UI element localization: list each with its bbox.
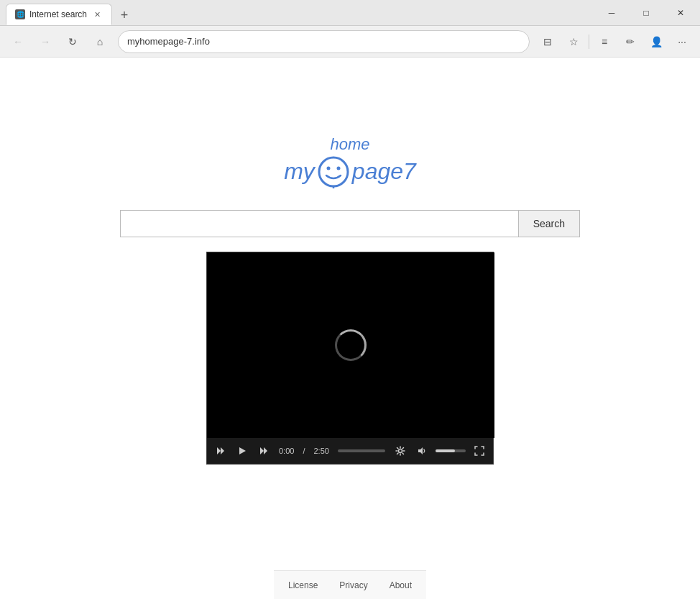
maximize-icon: □ [643,8,648,18]
logo-page7-text: page7 [352,158,416,185]
maximize-button[interactable]: □ [630,2,663,24]
title-bar: 🌐 Internet search ✕ + ─ □ ✕ [0,0,700,26]
more-icon: ··· [678,36,686,47]
window-controls: ─ □ ✕ [595,2,697,24]
tab-favicon: 🌐 [15,9,25,19]
play-icon [238,447,247,455]
tab-title: Internet search [29,9,87,19]
browser-tab[interactable]: 🌐 Internet search ✕ [6,4,112,25]
home-icon: ⌂ [97,36,103,47]
home-button[interactable]: ⌂ [88,29,112,54]
favorites-button[interactable]: ☆ [561,29,586,54]
total-time: 2:50 [313,447,328,455]
pen-icon: ✏ [626,36,635,47]
video-player: 0:00 / 2:50 [206,252,494,465]
svg-point-9 [399,449,402,452]
search-button[interactable]: Search [518,210,580,237]
svg-marker-4 [217,447,221,454]
tab-area: 🌐 Internet search ✕ + [3,0,595,25]
minimize-icon: ─ [609,8,615,18]
browser-window: 🌐 Internet search ✕ + ─ □ ✕ ← → [0,0,700,599]
settings-button[interactable] [391,442,410,460]
fullscreen-icon [474,446,484,456]
address-bar-container [118,30,530,53]
reading-view-icon: ⊟ [543,36,552,47]
close-icon: ✕ [677,8,684,18]
minimize-button[interactable]: ─ [595,2,628,24]
progress-bar[interactable] [338,449,385,452]
svg-point-1 [326,166,330,170]
tab-close-button[interactable]: ✕ [91,9,103,20]
about-link[interactable]: About [390,580,412,590]
logo-smile-icon [317,155,350,188]
svg-point-0 [319,157,348,186]
video-screen [207,252,494,438]
search-area: Search [120,210,580,237]
time-separator: / [303,447,305,455]
back-button[interactable]: ← [6,29,30,54]
search-input[interactable] [120,210,518,237]
current-time: 0:00 [279,447,294,455]
page-footer: License Privacy About [274,570,426,599]
skip-forward-button[interactable] [254,442,273,460]
skip-back-button[interactable] [211,442,230,460]
reading-view-button[interactable]: ⊟ [535,29,560,54]
nav-right-icons: ⊟ ☆ ≡ ✏ 👤 ··· [535,29,694,54]
close-button[interactable]: ✕ [664,2,697,24]
back-icon: ← [13,36,23,47]
account-button[interactable]: 👤 [644,29,668,54]
volume-button[interactable] [413,442,431,460]
skip-forward-icon [259,446,269,456]
svg-point-2 [336,166,340,170]
video-controls: 0:00 / 2:50 [207,438,493,464]
svg-marker-10 [418,447,423,454]
menu-icon: ≡ [602,36,607,47]
page-body: home my page7 Search [0,58,700,570]
license-link[interactable]: License [288,580,318,590]
forward-button[interactable]: → [33,29,57,54]
fullscreen-button[interactable] [470,442,489,460]
svg-marker-7 [260,447,264,454]
refresh-button[interactable]: ↻ [60,29,85,54]
new-tab-button[interactable]: + [114,5,135,25]
address-bar-input[interactable] [127,36,520,47]
more-button[interactable]: ··· [670,29,694,54]
navigation-bar: ← → ↻ ⌂ ⊟ ☆ ≡ ✏ [0,26,700,58]
forward-icon: → [40,36,50,47]
logo-home-text: home [330,135,369,153]
loading-spinner [335,329,367,361]
svg-marker-5 [221,447,224,454]
svg-marker-8 [264,447,267,454]
favorites-icon: ☆ [569,36,579,47]
svg-marker-6 [239,447,246,454]
play-button[interactable] [233,442,252,460]
logo-my-text: my [284,158,315,185]
new-tab-icon: + [121,8,129,23]
volume-bar[interactable] [436,449,466,452]
nav-divider [589,35,589,49]
refresh-icon: ↻ [68,36,77,47]
volume-fill [436,449,455,452]
settings-icon [395,446,405,456]
menu-button[interactable]: ≡ [592,29,617,54]
skip-back-icon [216,446,226,456]
account-icon: 👤 [650,36,663,47]
volume-icon [417,446,427,456]
logo-container: home my page7 [284,135,416,188]
pen-button[interactable]: ✏ [618,29,643,54]
page-content: home my page7 Search [0,58,700,599]
privacy-link[interactable]: Privacy [339,580,367,590]
